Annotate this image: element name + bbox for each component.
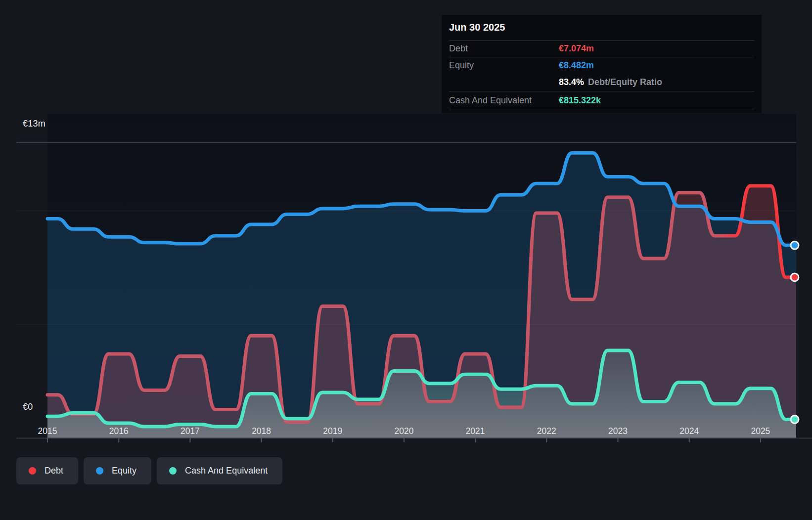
chart-legend: Debt Equity Cash And Equivalent — [16, 457, 288, 484]
x-tick-label: 2024 — [679, 426, 699, 436]
equity-end-dot[interactable] — [791, 241, 799, 249]
tooltip-cash-value: €815.322k — [559, 95, 601, 106]
tooltip-debt-value: €7.074m — [559, 43, 594, 54]
x-tick-label: 2022 — [537, 426, 556, 436]
tooltip-debt-label: Debt — [449, 43, 559, 54]
chart-tooltip: Jun 30 2025 Debt €7.074m Equity €8.482m … — [442, 15, 762, 113]
y-axis-label-max: €13m — [23, 119, 45, 129]
tooltip-date: Jun 30 2025 — [449, 15, 754, 40]
x-tick-label: 2017 — [180, 426, 200, 436]
tooltip-equity-label: Equity — [449, 60, 559, 71]
legend-item-debt[interactable]: Debt — [16, 457, 78, 484]
equity-dot-icon — [96, 467, 103, 475]
x-tick-label: 2015 — [38, 426, 57, 436]
tooltip-ratio-label: Debt/Equity Ratio — [588, 77, 662, 87]
legend-debt-label: Debt — [45, 466, 63, 476]
x-tick-label: 2023 — [608, 426, 628, 436]
x-tick-label: 2025 — [751, 426, 770, 436]
debt-dot-icon — [29, 467, 36, 475]
x-tick-label: 2020 — [395, 426, 414, 436]
x-tick-label: 2016 — [109, 426, 129, 436]
tooltip-divider — [449, 110, 754, 110]
legend-item-cash[interactable]: Cash And Equivalent — [157, 457, 282, 484]
cash-end-dot[interactable] — [791, 416, 799, 424]
legend-cash-label: Cash And Equivalent — [185, 466, 268, 476]
legend-item-equity[interactable]: Equity — [84, 457, 151, 484]
x-tick-label: 2019 — [323, 426, 342, 436]
x-tick-label: 2021 — [466, 426, 485, 436]
tooltip-cash-label: Cash And Equivalent — [449, 95, 559, 106]
debt-end-dot[interactable] — [791, 273, 799, 281]
legend-equity-label: Equity — [112, 466, 136, 476]
y-axis-label-zero: €0 — [23, 402, 33, 412]
cash-dot-icon — [169, 467, 177, 475]
x-tick-label: 2018 — [252, 426, 271, 436]
tooltip-equity-value: €8.482m — [559, 60, 594, 71]
tooltip-ratio-value: 83.4% — [559, 77, 584, 87]
